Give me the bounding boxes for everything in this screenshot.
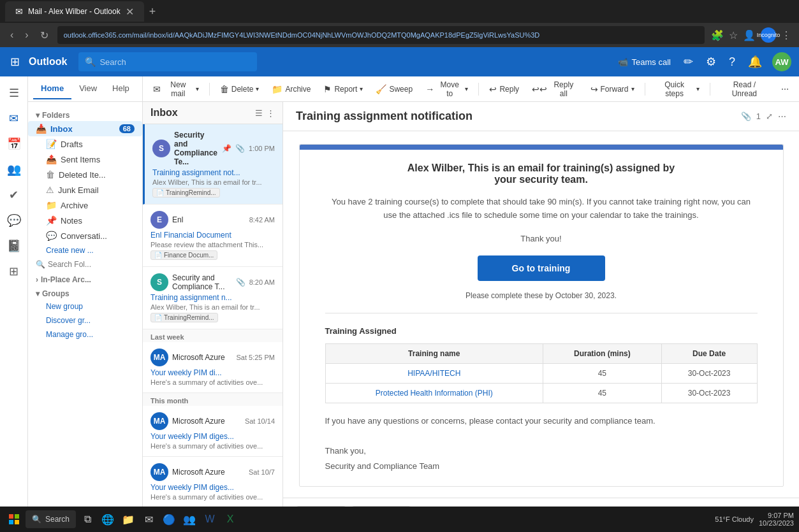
- edge-icon[interactable]: 🌐: [99, 510, 117, 528]
- move-to-button[interactable]: → Move to ▾: [420, 78, 473, 101]
- taskview-icon[interactable]: ⧉: [78, 510, 96, 528]
- forward-chevron[interactable]: ▾: [631, 85, 634, 92]
- folder-notes[interactable]: 📌 Notes: [28, 213, 142, 228]
- rail-people-icon[interactable]: 👥: [3, 158, 26, 181]
- report-button[interactable]: ⚑ Report ▾: [318, 82, 368, 97]
- rail-mail-icon[interactable]: ✉: [3, 107, 26, 130]
- search-box[interactable]: 🔍: [78, 52, 257, 71]
- start-button[interactable]: [5, 510, 23, 528]
- folder-archive[interactable]: 📁 Archive: [28, 198, 142, 213]
- mail-item[interactable]: E Enl 8:42 AM Enl Financial Document Ple…: [143, 205, 282, 267]
- mail-item[interactable]: MA Microsoft Azure Sat 10/14 Your weekly…: [143, 406, 282, 457]
- new-mail-chevron[interactable]: ▾: [196, 85, 199, 92]
- reply-button[interactable]: ↩ Reply: [484, 82, 524, 97]
- sweep-button[interactable]: 🧹 Sweep: [370, 82, 418, 97]
- pin-icon: 📎: [236, 278, 246, 287]
- create-new-link[interactable]: Create new ...: [28, 243, 142, 257]
- archive-button[interactable]: 📁 Archive: [267, 82, 316, 97]
- tab-help[interactable]: Help: [105, 78, 137, 99]
- quick-steps-button[interactable]: Quick steps ▾: [650, 78, 705, 101]
- extensions-icon[interactable]: 🧩: [711, 29, 724, 41]
- menu-icon[interactable]: ⋮: [781, 29, 791, 41]
- rail-apps-icon[interactable]: ⊞: [3, 260, 26, 283]
- chrome-icon[interactable]: 🔵: [160, 510, 178, 528]
- email-view: Training assignment notification 📎 1 ⤢ ⋯: [283, 102, 799, 532]
- teams-call-button[interactable]: 📹 Teams call: [615, 55, 673, 69]
- rail-calendar-icon[interactable]: 📅: [3, 133, 26, 155]
- search-folders-link[interactable]: 🔍 Search Fol...: [28, 257, 142, 271]
- address-bar[interactable]: outlook.office365.com/mail/inbox/id/AAQk…: [57, 26, 705, 44]
- incognito-profile[interactable]: Incognito: [761, 27, 776, 43]
- move-chevron[interactable]: ▾: [465, 85, 468, 92]
- forward-toolbar-button[interactable]: ↪ Forward ▾: [585, 82, 640, 97]
- training-name-1[interactable]: HIPAA/HITECH: [325, 364, 543, 384]
- folder-sent[interactable]: 📤 Sent Items: [28, 152, 142, 167]
- reply-all-button[interactable]: ↩↩ Reply all: [527, 78, 582, 101]
- notification-icon[interactable]: 🔔: [745, 52, 765, 71]
- quick-steps-chevron[interactable]: ▾: [696, 85, 700, 92]
- folder-junk[interactable]: ⚠ Junk Email: [28, 182, 142, 198]
- folder-inbox[interactable]: 📥 Inbox 68: [28, 121, 142, 136]
- report-chevron[interactable]: ▾: [360, 85, 363, 92]
- mail-item[interactable]: MA Microsoft Azure Sat 10/7 Your weekly …: [143, 457, 282, 508]
- forward-icon: ↪: [590, 84, 598, 94]
- notes-icon: 📌: [46, 215, 57, 226]
- mail-taskbar-icon[interactable]: ✉: [140, 510, 158, 528]
- folder-conversations[interactable]: 💬 Conversati...: [28, 228, 142, 243]
- new-tab-button[interactable]: +: [149, 5, 156, 18]
- sort-icon[interactable]: ⋮: [267, 108, 275, 118]
- report-icon: ⚑: [323, 84, 332, 94]
- rail-chat-icon[interactable]: 💬: [3, 209, 26, 232]
- discover-groups-link[interactable]: Discover gr...: [28, 313, 142, 327]
- mail-item[interactable]: S Security and Compliance Te... 📌 📎 1:00…: [143, 124, 282, 205]
- mail-item[interactable]: MA Microsoft Azure Sat 5:25 PM Your week…: [143, 342, 282, 393]
- tab-view[interactable]: View: [71, 78, 105, 99]
- explorer-icon[interactable]: 📁: [119, 510, 137, 528]
- back-button[interactable]: ‹: [8, 27, 16, 43]
- profile-icon[interactable]: 👤: [743, 29, 756, 41]
- user-avatar[interactable]: AW: [772, 52, 791, 71]
- delete-button[interactable]: 🗑 Delete ▾: [215, 82, 265, 97]
- manage-groups-link[interactable]: Manage gro...: [28, 327, 142, 341]
- go-to-training-button[interactable]: Go to training: [478, 255, 605, 281]
- in-place-archive-header[interactable]: › In-Place Arc...: [28, 271, 142, 285]
- rail-onenote-icon[interactable]: 📓: [3, 234, 26, 257]
- word-icon[interactable]: W: [201, 510, 219, 528]
- filter-icon[interactable]: ☰: [255, 108, 263, 118]
- folders-group-header[interactable]: ▾ Folders: [28, 107, 142, 121]
- delete-chevron[interactable]: ▾: [256, 85, 259, 92]
- taskbar-search[interactable]: 🔍 Search: [26, 510, 76, 528]
- expand-icon[interactable]: ⤢: [766, 111, 773, 121]
- settings-icon[interactable]: ⚙: [703, 52, 719, 71]
- compose-icon[interactable]: ✏: [681, 52, 696, 71]
- folder-deleted[interactable]: 🗑 Deleted Ite...: [28, 167, 142, 182]
- folder-drafts[interactable]: 📝 Drafts: [28, 136, 142, 152]
- browser-tab[interactable]: ✉ Mail - Alex Wilber - Outlook ✕: [5, 1, 144, 22]
- read-unread-button[interactable]: Read / Unread: [715, 78, 773, 101]
- new-mail-button[interactable]: ✉ New mail ▾: [148, 78, 204, 101]
- more-options-button[interactable]: ⋯: [776, 82, 794, 96]
- tab-home[interactable]: Home: [33, 78, 71, 99]
- bookmark-icon[interactable]: ☆: [729, 29, 738, 41]
- rail-menu-icon[interactable]: ☰: [3, 82, 26, 104]
- groups-header[interactable]: ▾ Groups: [28, 285, 142, 299]
- tab-title: Mail - Alex Wilber - Outlook: [28, 7, 121, 16]
- mail-item[interactable]: S Security and Compliance T... 📎 8:20 AM…: [143, 267, 282, 329]
- folder-panel: ▾ Folders 📥 Inbox 68 📝 Drafts 📤 Se: [28, 102, 143, 532]
- refresh-button[interactable]: ↻: [38, 27, 51, 44]
- attachment-icon: 📄: [154, 252, 162, 259]
- excel-icon[interactable]: X: [221, 510, 239, 528]
- email-more-icon[interactable]: ⋯: [778, 111, 786, 121]
- browser-action-icons: 🧩 ☆ 👤 Incognito ⋮: [711, 27, 791, 43]
- forward-button[interactable]: ›: [22, 27, 31, 43]
- training-name-2[interactable]: Protected Health Information (PHI): [325, 384, 543, 403]
- help-icon[interactable]: ?: [726, 53, 738, 71]
- rail-tasks-icon[interactable]: ✔: [3, 183, 26, 206]
- app-grid-icon[interactable]: ⊞: [8, 52, 22, 71]
- search-input[interactable]: [99, 57, 251, 67]
- tab-close-button[interactable]: ✕: [126, 6, 134, 18]
- sent-icon: 📤: [46, 154, 57, 164]
- teams-icon[interactable]: 👥: [180, 510, 198, 528]
- teams-call-icon: 📹: [618, 57, 628, 67]
- new-group-link[interactable]: New group: [28, 299, 142, 313]
